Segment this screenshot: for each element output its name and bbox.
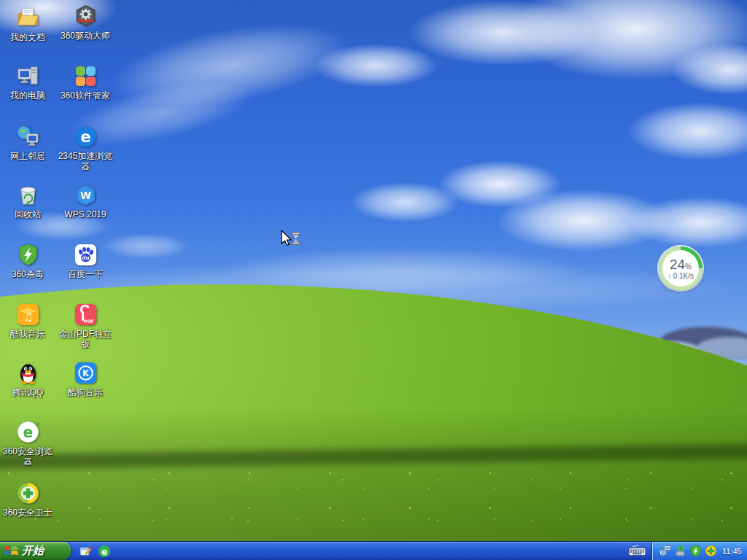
desktop-icon-label: 360杀毒: [12, 269, 44, 279]
network-speed-widget[interactable]: 24% ↑ 0.1K/s: [659, 246, 703, 290]
my-computer-icon: [16, 64, 40, 89]
cloud: [314, 44, 438, 88]
upload-speed: ↑ 0.1K/s: [667, 273, 694, 280]
desktop-icon-label: 360安全卫士: [3, 508, 53, 518]
desktop-icon-network-places[interactable]: 网上邻居: [0, 125, 55, 161]
desktop-icon-label: 百度一下: [68, 269, 103, 279]
desktop-icon-label: 我的文档: [10, 32, 45, 42]
kuwo-music-icon: ♫: [16, 303, 40, 327]
usage-percent-value: 24: [670, 257, 685, 272]
desktop-icon-label: 2345加速浏览器: [58, 151, 113, 172]
desktop-icon-label: 酷我音乐: [10, 329, 45, 339]
browser-360-quicklaunch-icon[interactable]: e: [98, 545, 111, 558]
desktop-icon-my-documents[interactable]: 我的文档: [0, 6, 55, 42]
kingsoft-pdf-icon: PDF: [74, 303, 98, 327]
desktop-icon-label: 腾讯QQ: [12, 387, 44, 397]
desktop-icon-label: 回收站: [15, 209, 41, 219]
svg-text:e: e: [101, 546, 107, 556]
desktop-icon-browser-2345[interactable]: e 2345加速浏览器: [58, 125, 113, 172]
browser-2345-icon: e: [74, 125, 98, 149]
mouse-cursor-busy: [280, 230, 302, 252]
desktop-icon-label: 我的电脑: [10, 90, 45, 101]
show-desktop-icon[interactable]: [79, 545, 92, 558]
wps-2019-icon: W: [74, 183, 98, 208]
desktop-icon-secure-browser-360[interactable]: e 360安全浏览器: [0, 420, 55, 467]
svg-text:du: du: [82, 254, 89, 261]
desktop-icon-software-manager-360[interactable]: 360软件管家: [58, 64, 113, 101]
software-manager-360-icon: [74, 64, 98, 89]
desktop-icon-driver-master-360[interactable]: 360驱动大师: [58, 4, 113, 41]
desktop-icon-label: 360驱动大师: [61, 31, 110, 41]
secure-browser-360-icon: e: [16, 420, 40, 445]
desktop-icon-label: 网上邻居: [10, 151, 45, 161]
cloud: [350, 182, 460, 222]
desktop-icon-kingsoft-pdf[interactable]: PDF 金山PDF独立版: [58, 303, 113, 350]
my-documents-icon: [16, 6, 40, 31]
recycle-bin-icon: [16, 183, 40, 208]
desktop-icon-label: 酷狗音乐: [68, 387, 103, 397]
desktop-icon-my-computer[interactable]: 我的电脑: [0, 64, 55, 101]
input-method-keyboard-icon[interactable]: [628, 545, 646, 560]
driver-master-360-icon: [74, 4, 98, 29]
taskbar-clock[interactable]: 11:45: [722, 547, 742, 556]
qq-penguin-icon: [16, 361, 40, 386]
system-tray: 11:45: [651, 542, 747, 560]
desktop[interactable]: 我的文档 360驱动大师 我的电脑: [0, 0, 747, 560]
network-tray-icon[interactable]: [659, 545, 671, 557]
upload-speed-value: 0.1K/s: [673, 272, 694, 280]
taskbar: 开始 e: [0, 541, 747, 560]
usage-percent: 24%: [670, 257, 692, 271]
quick-launch-bar: e: [79, 542, 111, 560]
desktop-icon-recycle-bin[interactable]: 回收站: [0, 183, 55, 219]
windows-logo-icon: [4, 544, 19, 558]
safety-guard-plus-tray-icon[interactable]: [705, 545, 717, 557]
svg-text:e: e: [23, 424, 33, 441]
safety-guard-360-icon: [16, 481, 40, 506]
desktop-icon-wps-2019[interactable]: W WPS 2019: [58, 183, 113, 219]
driver-utility-tray-icon[interactable]: [674, 545, 686, 557]
desktop-icon-label: 金山PDF独立版: [58, 329, 113, 350]
network-places-icon: [16, 125, 40, 149]
desktop-icon-baidu-search[interactable]: du 百度一下: [58, 243, 113, 279]
kugou-music-icon: K: [74, 361, 98, 386]
cloud: [102, 233, 190, 259]
percent-sign: %: [685, 262, 692, 271]
upload-arrow-icon: ↑: [667, 272, 671, 280]
start-label: 开始: [22, 544, 44, 558]
svg-text:e: e: [80, 128, 90, 146]
desktop-icon-antivirus-360[interactable]: 360杀毒: [0, 243, 55, 279]
start-button[interactable]: 开始: [0, 542, 71, 560]
svg-text:K: K: [82, 368, 89, 378]
svg-text:♫: ♫: [23, 311, 32, 323]
baidu-paw-icon: du: [74, 243, 98, 268]
desktop-icon-safety-guard-360[interactable]: 360安全卫士: [0, 481, 55, 518]
desktop-icon-tencent-qq[interactable]: 腾讯QQ: [0, 361, 55, 397]
desktop-icon-kugou-music[interactable]: K 酷狗音乐: [58, 361, 113, 397]
antivirus-360-shield-icon: [16, 243, 40, 268]
antivirus-shield-tray-icon[interactable]: [689, 545, 702, 557]
desktop-icon-kuwo-music[interactable]: ♫ 酷我音乐: [0, 303, 55, 339]
svg-text:W: W: [80, 190, 91, 201]
svg-text:PDF: PDF: [83, 319, 93, 324]
desktop-icon-label: WPS 2019: [64, 209, 106, 219]
network-speed-widget-face: 24% ↑ 0.1K/s: [662, 250, 699, 287]
desktop-icon-label: 360软件管家: [61, 90, 110, 101]
desktop-icon-label: 360安全浏览器: [0, 446, 55, 467]
